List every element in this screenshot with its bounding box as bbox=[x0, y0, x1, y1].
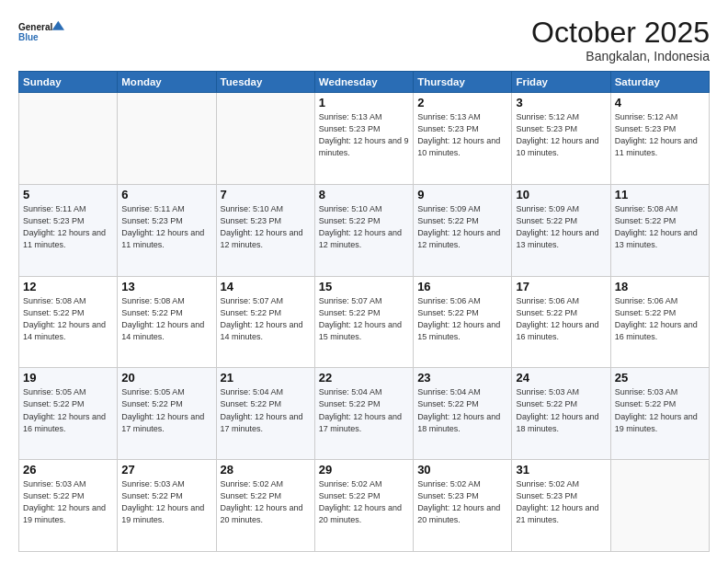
sunrise-text: Sunrise: 5:06 AM bbox=[516, 296, 579, 305]
daylight-text: Daylight: 12 hours and 14 minutes. bbox=[221, 320, 303, 341]
sunset-text: Sunset: 5:22 PM bbox=[319, 491, 381, 500]
sunrise-text: Sunrise: 5:03 AM bbox=[516, 387, 579, 396]
daylight-text: Daylight: 12 hours and 15 minutes. bbox=[417, 320, 500, 341]
table-row: 20 Sunrise: 5:05 AM Sunset: 5:22 PM Dayl… bbox=[118, 368, 216, 460]
daylight-text: Daylight: 12 hours and 20 minutes. bbox=[319, 503, 402, 524]
header-tuesday: Tuesday bbox=[216, 72, 314, 93]
sunset-text: Sunset: 5:22 PM bbox=[516, 308, 577, 317]
sunset-text: Sunset: 5:22 PM bbox=[121, 491, 183, 500]
day-info: Sunrise: 5:09 AM Sunset: 5:22 PM Dayligh… bbox=[417, 203, 507, 251]
day-info: Sunrise: 5:04 AM Sunset: 5:22 PM Dayligh… bbox=[221, 386, 311, 434]
table-row: 16 Sunrise: 5:06 AM Sunset: 5:22 PM Dayl… bbox=[414, 276, 512, 368]
day-info: Sunrise: 5:02 AM Sunset: 5:23 PM Dayligh… bbox=[417, 478, 507, 526]
daylight-text: Daylight: 12 hours and 18 minutes. bbox=[417, 412, 500, 433]
day-info: Sunrise: 5:12 AM Sunset: 5:23 PM Dayligh… bbox=[516, 111, 606, 159]
sunset-text: Sunset: 5:22 PM bbox=[319, 308, 381, 317]
daylight-text: Daylight: 12 hours and 21 minutes. bbox=[516, 503, 598, 524]
daylight-text: Daylight: 12 hours and 14 minutes. bbox=[23, 320, 106, 341]
table-row: 5 Sunrise: 5:11 AM Sunset: 5:23 PM Dayli… bbox=[19, 184, 118, 276]
header-saturday: Saturday bbox=[610, 72, 709, 93]
calendar-page: General Blue October 2025 Bangkalan, Ind… bbox=[0, 0, 728, 563]
calendar-body: 1 Sunrise: 5:13 AM Sunset: 5:23 PM Dayli… bbox=[19, 93, 710, 552]
header-wednesday: Wednesday bbox=[314, 72, 413, 93]
sunrise-text: Sunrise: 5:05 AM bbox=[23, 387, 86, 396]
day-number: 9 bbox=[417, 188, 507, 201]
table-row: 8 Sunrise: 5:10 AM Sunset: 5:22 PM Dayli… bbox=[314, 184, 413, 276]
sunset-text: Sunset: 5:23 PM bbox=[121, 216, 183, 225]
sunrise-text: Sunrise: 5:02 AM bbox=[319, 479, 382, 488]
table-row bbox=[19, 93, 118, 185]
daylight-text: Daylight: 12 hours and 9 minutes. bbox=[319, 136, 409, 157]
day-number: 16 bbox=[417, 280, 507, 293]
sunset-text: Sunset: 5:22 PM bbox=[615, 399, 677, 408]
header-sunday: Sunday bbox=[19, 72, 118, 93]
day-number: 31 bbox=[516, 463, 606, 477]
sunrise-text: Sunrise: 5:13 AM bbox=[319, 112, 382, 121]
daylight-text: Daylight: 12 hours and 19 minutes. bbox=[615, 412, 698, 433]
week-row-4: 19 Sunrise: 5:05 AM Sunset: 5:22 PM Dayl… bbox=[19, 368, 710, 460]
daylight-text: Daylight: 12 hours and 18 minutes. bbox=[516, 412, 598, 433]
day-info: Sunrise: 5:05 AM Sunset: 5:22 PM Dayligh… bbox=[23, 386, 113, 434]
daylight-text: Daylight: 12 hours and 14 minutes. bbox=[121, 320, 204, 341]
sunrise-text: Sunrise: 5:05 AM bbox=[121, 387, 185, 396]
sunset-text: Sunset: 5:23 PM bbox=[417, 124, 479, 133]
header-friday: Friday bbox=[512, 72, 610, 93]
day-number: 7 bbox=[221, 188, 311, 201]
sunrise-text: Sunrise: 5:08 AM bbox=[23, 296, 86, 305]
sunrise-text: Sunrise: 5:09 AM bbox=[417, 204, 481, 213]
daylight-text: Daylight: 12 hours and 19 minutes. bbox=[121, 503, 204, 524]
header-monday: Monday bbox=[118, 72, 216, 93]
day-info: Sunrise: 5:03 AM Sunset: 5:22 PM Dayligh… bbox=[121, 478, 211, 526]
sunrise-text: Sunrise: 5:10 AM bbox=[319, 204, 382, 213]
table-row: 25 Sunrise: 5:03 AM Sunset: 5:22 PM Dayl… bbox=[610, 368, 709, 460]
day-info: Sunrise: 5:10 AM Sunset: 5:23 PM Dayligh… bbox=[221, 203, 311, 251]
day-number: 8 bbox=[319, 188, 409, 201]
sunset-text: Sunset: 5:22 PM bbox=[121, 399, 183, 408]
daylight-text: Daylight: 12 hours and 19 minutes. bbox=[23, 503, 106, 524]
table-row: 28 Sunrise: 5:02 AM Sunset: 5:22 PM Dayl… bbox=[216, 460, 314, 552]
day-info: Sunrise: 5:04 AM Sunset: 5:22 PM Dayligh… bbox=[319, 386, 409, 434]
sunset-text: Sunset: 5:22 PM bbox=[516, 216, 577, 225]
table-row: 1 Sunrise: 5:13 AM Sunset: 5:23 PM Dayli… bbox=[314, 93, 413, 185]
sunset-text: Sunset: 5:22 PM bbox=[23, 491, 85, 500]
daylight-text: Daylight: 12 hours and 11 minutes. bbox=[121, 228, 204, 249]
svg-text:General: General bbox=[18, 22, 52, 32]
table-row: 12 Sunrise: 5:08 AM Sunset: 5:22 PM Dayl… bbox=[19, 276, 118, 368]
daylight-text: Daylight: 12 hours and 20 minutes. bbox=[417, 503, 500, 524]
day-info: Sunrise: 5:12 AM Sunset: 5:23 PM Dayligh… bbox=[615, 111, 705, 159]
table-row: 23 Sunrise: 5:04 AM Sunset: 5:22 PM Dayl… bbox=[414, 368, 512, 460]
day-number: 11 bbox=[615, 188, 705, 201]
day-number: 5 bbox=[23, 188, 113, 201]
daylight-text: Daylight: 12 hours and 10 minutes. bbox=[417, 136, 500, 157]
sunrise-text: Sunrise: 5:10 AM bbox=[221, 204, 284, 213]
day-info: Sunrise: 5:08 AM Sunset: 5:22 PM Dayligh… bbox=[23, 295, 113, 343]
week-row-5: 26 Sunrise: 5:03 AM Sunset: 5:22 PM Dayl… bbox=[19, 460, 710, 552]
sunset-text: Sunset: 5:22 PM bbox=[221, 308, 282, 317]
day-info: Sunrise: 5:06 AM Sunset: 5:22 PM Dayligh… bbox=[615, 295, 705, 343]
day-number: 21 bbox=[221, 371, 311, 385]
day-number: 26 bbox=[23, 463, 113, 477]
sunrise-text: Sunrise: 5:03 AM bbox=[121, 479, 185, 488]
day-info: Sunrise: 5:06 AM Sunset: 5:22 PM Dayligh… bbox=[516, 295, 606, 343]
daylight-text: Daylight: 12 hours and 13 minutes. bbox=[516, 228, 598, 249]
table-row: 18 Sunrise: 5:06 AM Sunset: 5:22 PM Dayl… bbox=[610, 276, 709, 368]
table-row: 26 Sunrise: 5:03 AM Sunset: 5:22 PM Dayl… bbox=[19, 460, 118, 552]
day-info: Sunrise: 5:05 AM Sunset: 5:22 PM Dayligh… bbox=[121, 386, 211, 434]
logo-svg: General Blue bbox=[18, 17, 64, 50]
daylight-text: Daylight: 12 hours and 10 minutes. bbox=[516, 136, 598, 157]
sunset-text: Sunset: 5:22 PM bbox=[319, 399, 381, 408]
table-row: 4 Sunrise: 5:12 AM Sunset: 5:23 PM Dayli… bbox=[610, 93, 709, 185]
table-row: 31 Sunrise: 5:02 AM Sunset: 5:23 PM Dayl… bbox=[512, 460, 610, 552]
sunrise-text: Sunrise: 5:02 AM bbox=[221, 479, 284, 488]
sunrise-text: Sunrise: 5:06 AM bbox=[417, 296, 481, 305]
sunrise-text: Sunrise: 5:13 AM bbox=[417, 112, 481, 121]
sunrise-text: Sunrise: 5:06 AM bbox=[615, 296, 678, 305]
table-row: 11 Sunrise: 5:08 AM Sunset: 5:22 PM Dayl… bbox=[610, 184, 709, 276]
daylight-text: Daylight: 12 hours and 17 minutes. bbox=[221, 412, 303, 433]
weekday-header-row: Sunday Monday Tuesday Wednesday Thursday… bbox=[19, 72, 710, 93]
table-row: 21 Sunrise: 5:04 AM Sunset: 5:22 PM Dayl… bbox=[216, 368, 314, 460]
table-row: 14 Sunrise: 5:07 AM Sunset: 5:22 PM Dayl… bbox=[216, 276, 314, 368]
day-info: Sunrise: 5:13 AM Sunset: 5:23 PM Dayligh… bbox=[417, 111, 507, 159]
calendar-table: Sunday Monday Tuesday Wednesday Thursday… bbox=[18, 71, 710, 552]
table-row: 24 Sunrise: 5:03 AM Sunset: 5:22 PM Dayl… bbox=[512, 368, 610, 460]
